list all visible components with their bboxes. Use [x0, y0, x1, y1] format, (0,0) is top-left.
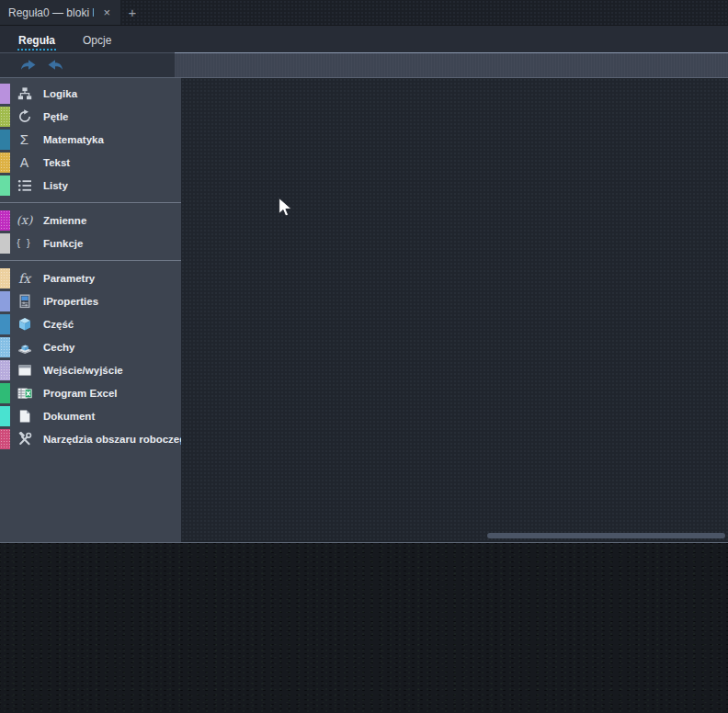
category-label: iProperties: [43, 296, 98, 307]
category-label: Listy: [43, 180, 68, 191]
category-color-stripe: [0, 291, 10, 311]
category-color-stripe: [0, 268, 10, 289]
sidebar-item-cechy[interactable]: Cechy: [0, 335, 181, 358]
undo-arrow-icon: [19, 59, 37, 73]
category-color-stripe: [0, 107, 10, 127]
sigma-icon: Σ: [17, 132, 32, 146]
toolbar-left-section: [0, 52, 175, 77]
tab-title: Reguła0 — bloki kodu: [8, 6, 94, 19]
sidebar-item-tekst[interactable]: ATekst: [0, 151, 181, 174]
window-icon: [17, 363, 32, 378]
sidebar-item-matematyka[interactable]: ΣMatematyka: [0, 128, 181, 151]
sidebar-item-program-excel[interactable]: Program Excel: [0, 381, 181, 404]
toolbar-right-panel: [175, 52, 728, 77]
category-color-stripe: [0, 429, 10, 449]
sidebar-item-funkcje[interactable]: { }Funkcje: [0, 232, 181, 255]
category-label: Zmienne: [43, 215, 86, 226]
sidebar-item-dokument[interactable]: Dokument: [0, 404, 181, 427]
sidebar-item-parametry[interactable]: fxParametry: [0, 266, 181, 289]
new-tab-button[interactable]: +: [120, 0, 144, 25]
sidebar-item-wejście-wyjście[interactable]: Wejście/wyjście: [0, 358, 181, 381]
tab-rule0[interactable]: Reguła0 — bloki kodu ×: [0, 0, 120, 25]
category-color-stripe: [0, 337, 10, 357]
bottom-background-panel: [0, 542, 728, 713]
sidebar-item-narzędzia-obszaru-roboczego[interactable]: Narzędzia obszaru roboczego: [0, 427, 181, 450]
tab-bar: Reguła0 — bloki kodu × +: [0, 0, 728, 25]
blockly-workspace[interactable]: [181, 78, 728, 542]
excel-icon: [17, 386, 32, 401]
sidebar-item-zmienne[interactable]: (x)Zmienne: [0, 209, 181, 232]
category-group-separator: [0, 260, 181, 261]
category-color-stripe: [0, 383, 10, 403]
category-color-stripe: [0, 406, 10, 426]
menu-item-opcje[interactable]: Opcje: [82, 28, 112, 51]
category-label: Parametry: [43, 273, 95, 284]
loop-icon: [17, 109, 32, 124]
toolbar: [0, 52, 728, 78]
menu-bar: Reguła Opcje: [0, 25, 728, 52]
category-color-stripe: [0, 314, 10, 334]
category-label: Matematyka: [43, 134, 104, 145]
category-label: Pętle: [43, 111, 69, 122]
menu-item-regula[interactable]: Reguła: [17, 28, 56, 51]
tab-close-icon[interactable]: ×: [100, 6, 113, 19]
category-color-stripe: [0, 233, 10, 254]
category-label: Tekst: [43, 157, 70, 168]
category-color-stripe: [0, 360, 10, 380]
sidebar-item-pętle[interactable]: Pętle: [0, 105, 181, 128]
category-color-stripe: [0, 84, 10, 104]
category-label: Dokument: [43, 411, 95, 422]
iproperties-icon: [17, 294, 32, 309]
horizontal-scrollbar-thumb[interactable]: [487, 533, 725, 538]
redo-button[interactable]: [46, 58, 64, 73]
document-icon: [17, 409, 32, 424]
tools-icon: [17, 432, 32, 447]
plus-icon: +: [129, 5, 137, 20]
category-label: Program Excel: [43, 388, 118, 399]
list-icon: [17, 178, 32, 193]
sidebar-item-iproperties[interactable]: iProperties: [0, 289, 181, 312]
redo-arrow-icon: [47, 59, 64, 73]
block-category-toolbox: LogikaPętleΣMatematykaATekstListy(x)Zmie…: [0, 78, 181, 542]
feature-icon: [17, 340, 32, 355]
fx-icon: fx: [17, 272, 32, 285]
category-label: Funkcje: [43, 238, 83, 249]
braces-icon: { }: [17, 238, 32, 248]
undo-button[interactable]: [18, 58, 37, 73]
category-label: Narzędzia obszaru roboczego: [43, 434, 181, 445]
ilogic-code-blocks-window: Reguła0 — bloki kodu × + Reguła Opcje L: [0, 0, 728, 713]
category-color-stripe: [0, 175, 10, 196]
category-color-stripe: [0, 210, 10, 231]
sidebar-item-listy[interactable]: Listy: [0, 174, 181, 197]
mouse-cursor-icon: [276, 198, 294, 218]
category-label: Część: [43, 319, 74, 330]
category-group-separator: [0, 202, 181, 203]
cube-icon: [17, 317, 32, 332]
category-label: Wejście/wyjście: [43, 365, 123, 376]
main-area: LogikaPętleΣMatematykaATekstListy(x)Zmie…: [0, 78, 728, 542]
letter-a-icon: A: [17, 156, 32, 169]
category-color-stripe: [0, 153, 10, 173]
logic-tree-icon: [17, 86, 32, 101]
category-label: Cechy: [43, 342, 75, 353]
category-color-stripe: [0, 130, 10, 150]
category-label: Logika: [43, 88, 77, 99]
sidebar-item-część[interactable]: Część: [0, 312, 181, 335]
sidebar-item-logika[interactable]: Logika: [0, 82, 181, 105]
variable-icon: (x): [17, 214, 32, 226]
